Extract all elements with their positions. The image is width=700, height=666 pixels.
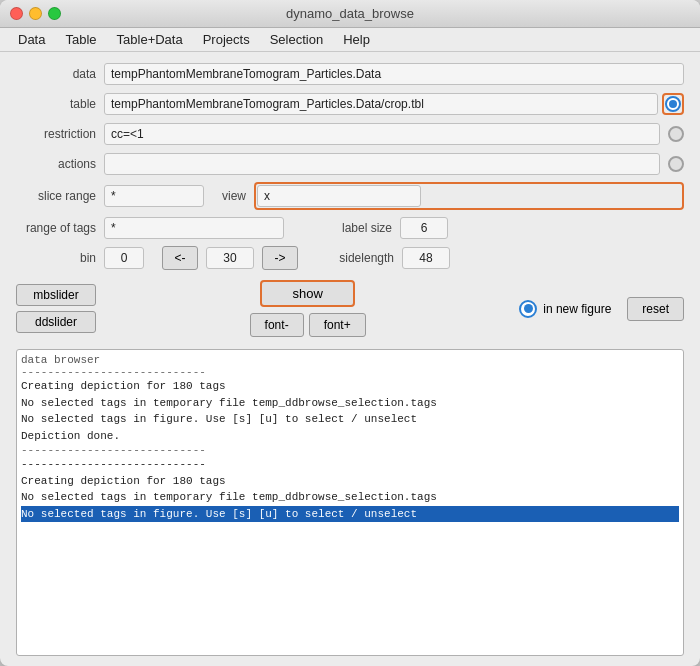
mbslider-button[interactable]: mbslider: [16, 284, 96, 306]
font-plus-button[interactable]: font+: [309, 313, 366, 337]
data-input[interactable]: [104, 63, 684, 85]
console-divider-1: ----------------------------: [21, 366, 679, 378]
menu-table-data[interactable]: Table+Data: [107, 30, 193, 49]
view-label: view: [222, 189, 246, 203]
actions-input[interactable]: [104, 153, 660, 175]
bin-input[interactable]: [104, 247, 144, 269]
restriction-radio[interactable]: [668, 126, 684, 142]
view-input-wrapper: [254, 182, 684, 210]
console-line-1: Creating depiction for 180 tags: [21, 378, 679, 395]
reset-button[interactable]: reset: [627, 297, 684, 321]
menu-table[interactable]: Table: [55, 30, 106, 49]
close-button[interactable]: [10, 7, 23, 20]
font-minus-button[interactable]: font-: [250, 313, 304, 337]
right-area: in new figure reset: [519, 297, 684, 321]
data-label: data: [16, 67, 96, 81]
nav-left-button[interactable]: <-: [162, 246, 198, 270]
nav-center-input[interactable]: [206, 247, 254, 269]
range-tags-label: range of tags: [16, 221, 96, 235]
console-title: data browser: [21, 354, 100, 366]
menu-help[interactable]: Help: [333, 30, 380, 49]
label-size-input[interactable]: [400, 217, 448, 239]
console-line-2: No selected tags in temporary file temp_…: [21, 395, 679, 412]
restriction-label: restriction: [16, 127, 96, 141]
actions-radio[interactable]: [668, 156, 684, 172]
left-buttons: mbslider ddslider: [16, 284, 96, 333]
console-line-7: No selected tags in temporary file temp_…: [21, 489, 679, 506]
console-line-6: Creating depiction for 180 tags: [21, 473, 679, 490]
minimize-button[interactable]: [29, 7, 42, 20]
window-controls: [10, 7, 61, 20]
bin-nav-row: bin <- -> sidelength: [16, 246, 684, 270]
console-line-highlighted: No selected tags in figure. Use [s] [u] …: [21, 506, 679, 523]
label-size-label: label size: [312, 221, 392, 235]
menu-projects[interactable]: Projects: [193, 30, 260, 49]
range-tags-row: range of tags label size: [16, 216, 684, 240]
table-input[interactable]: [104, 93, 658, 115]
window-title: dynamo_data_browse: [286, 6, 414, 21]
actions-row: actions: [16, 152, 684, 176]
slice-range-input[interactable]: [104, 185, 204, 207]
actions-label: actions: [16, 157, 96, 171]
new-figure-radio-inner: [524, 304, 533, 313]
slice-range-label: slice range: [16, 189, 96, 203]
ddslider-button[interactable]: ddslider: [16, 311, 96, 333]
menubar: Data Table Table+Data Projects Selection…: [0, 28, 700, 52]
table-radio[interactable]: [665, 96, 681, 112]
table-label: table: [16, 97, 96, 111]
slice-range-row: slice range view: [16, 182, 684, 210]
console-divider-2: ----------------------------: [21, 444, 679, 456]
console-line-3: No selected tags in figure. Use [s] [u] …: [21, 411, 679, 428]
console-line-5: ----------------------------: [21, 456, 679, 473]
center-area: show font- font+: [104, 280, 511, 337]
restriction-row: restriction: [16, 122, 684, 146]
main-window: dynamo_data_browse Data Table Table+Data…: [0, 0, 700, 666]
new-figure-label: in new figure: [543, 302, 611, 316]
console-line-4: Depiction done.: [21, 428, 679, 445]
data-row: data: [16, 62, 684, 86]
show-button[interactable]: show: [260, 280, 354, 307]
font-buttons: font- font+: [250, 313, 366, 337]
maximize-button[interactable]: [48, 7, 61, 20]
range-tags-input[interactable]: [104, 217, 284, 239]
table-row: table: [16, 92, 684, 116]
sidelength-input[interactable]: [402, 247, 450, 269]
bin-label: bin: [16, 251, 96, 265]
sidelength-label: sidelength: [314, 251, 394, 265]
main-content: data table restriction actions: [0, 52, 700, 666]
view-input[interactable]: [257, 185, 421, 207]
console[interactable]: data browser ---------------------------…: [16, 349, 684, 656]
restriction-input[interactable]: [104, 123, 660, 145]
new-figure-radio[interactable]: [519, 300, 537, 318]
buttons-area: mbslider ddslider show font- font+ in ne…: [16, 280, 684, 337]
menu-data[interactable]: Data: [8, 30, 55, 49]
menu-selection[interactable]: Selection: [260, 30, 333, 49]
table-radio-wrapper: [662, 93, 684, 115]
nav-right-button[interactable]: ->: [262, 246, 298, 270]
titlebar: dynamo_data_browse: [0, 0, 700, 28]
